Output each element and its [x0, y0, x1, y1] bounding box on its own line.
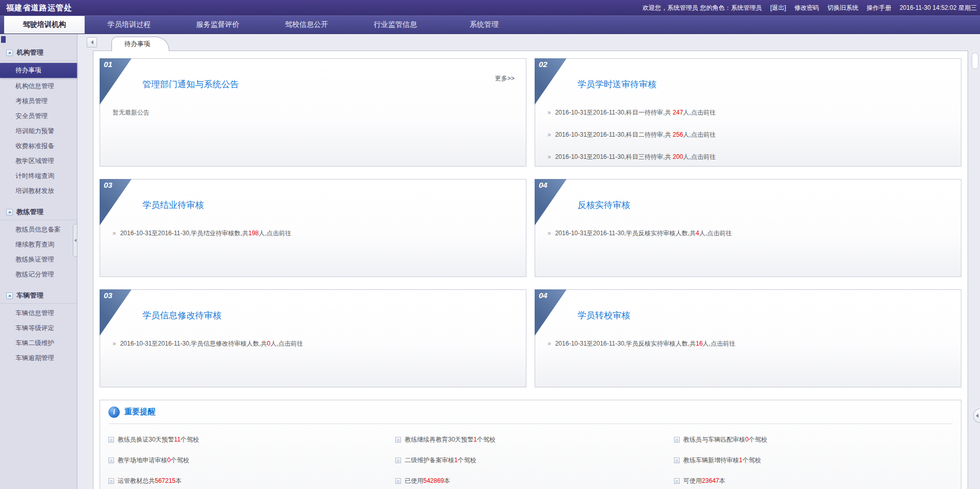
collapse-toggle-icon[interactable] — [6, 209, 13, 216]
card-recheck-review: 04 反核实待审核 2016-10-31至2016-11-30,学员反核实待审核… — [535, 179, 961, 277]
card-number: 04 — [539, 181, 548, 189]
card-body: 2016-10-31至2016-11-30,学员反核实待审核人数,共16人,点击… — [548, 339, 949, 362]
card-number-ribbon: 01 — [100, 58, 132, 105]
sidebar-item-coach-license-renewal[interactable]: 教练换证管理 — [0, 252, 77, 267]
change-password-link[interactable]: 修改密码 — [794, 4, 819, 12]
card-title-graduation-review[interactable]: 学员结业待审核 — [142, 199, 204, 211]
sidebar-item-vehicle-grade[interactable]: 车辆等级评定 — [0, 321, 77, 336]
sidebar-item-vehicle-overdue[interactable]: 车辆逾期管理 — [0, 351, 77, 366]
card-body: 2016-10-31至2016-11-30,学员反核实待审核人数,共4人,点击前… — [548, 229, 949, 251]
review-line-subject3[interactable]: 2016-10-31至2016-11-30,科目三待待审,共 200人,点击前往 — [548, 153, 949, 161]
reminder-item[interactable]: 教学场地申请审核 0个驾校 — [108, 450, 395, 470]
line-count: 0 — [267, 340, 270, 347]
nav-tab-system-management[interactable]: 系统管理 — [440, 16, 528, 34]
reminder-item[interactable]: 可使用 23647本 — [674, 470, 953, 489]
sidebar-group-header-coach[interactable]: 教练管理 — [0, 205, 77, 220]
sidebar-item-vehicle-maintenance[interactable]: 车辆二级维护 — [0, 336, 77, 351]
sidebar-item-teaching-area[interactable]: 教学区域管理 — [0, 154, 77, 169]
sidebar-item-coach-info[interactable]: 教练员信息备案 — [0, 222, 77, 237]
sidebar-group-org-management: 机构管理 待办事项 机构信息管理 考核员管理 安全员管理 培训能力预警 收费标准… — [0, 45, 77, 199]
card-title-school-transfer-review[interactable]: 学员转校审核 — [577, 309, 630, 321]
card-title-notices[interactable]: 管理部门通知与系统公告 — [142, 78, 239, 90]
cards-grid: 01 管理部门通知与系统公告 更多>> 暂无最新公告 02 学员学时送审待审核 … — [100, 58, 961, 387]
sidebar-item-coach-points[interactable]: 教练记分管理 — [0, 267, 77, 282]
review-line-subject1[interactable]: 2016-10-31至2016-11-30,科目一待待审,共 247人,点击前往 — [548, 108, 949, 117]
reminder-item[interactable]: 二级维护备案审核 1个驾校 — [395, 450, 674, 470]
review-line-recheck[interactable]: 2016-10-31至2016-11-30,学员反核实待审核人数,共4人,点击前… — [548, 229, 949, 238]
card-info-modify-review: 03 学员信息修改待审核 2016-10-31至2016-11-30,学员信息修… — [100, 289, 526, 387]
logout-link[interactable]: [退出] — [770, 4, 786, 12]
sidebar-corner-decoration — [1, 36, 6, 43]
document-icon — [674, 478, 680, 484]
tab-scroll-left-button[interactable] — [87, 37, 97, 47]
sidebar-item-examiner[interactable]: 考核员管理 — [0, 94, 77, 109]
card-title-info-modify-review[interactable]: 学员信息修改待审核 — [142, 309, 221, 321]
collapse-toggle-icon[interactable] — [6, 50, 13, 56]
reminder-text: 个驾校 — [171, 456, 189, 465]
document-icon — [395, 437, 401, 443]
sidebar-item-timing-terminal[interactable]: 计时终端查询 — [0, 169, 77, 184]
nav-tab-student-training-process[interactable]: 学员培训过程 — [85, 16, 173, 34]
sidebar-item-safety-officer[interactable]: 安全员管理 — [0, 109, 77, 124]
nav-tab-industry-supervision[interactable]: 行业监管信息 — [351, 16, 440, 34]
reminder-count: 0 — [745, 436, 749, 443]
sidebar-item-org-info[interactable]: 机构信息管理 — [0, 79, 77, 94]
line-count: 247 — [673, 109, 683, 116]
reminder-item[interactable]: 教练员换证30天预警 11个驾校 — [108, 429, 395, 450]
card-number-ribbon: 02 — [535, 58, 567, 105]
sidebar-group-header-vehicle[interactable]: 车辆管理 — [0, 288, 77, 304]
review-line-school-transfer[interactable]: 2016-10-31至2016-11-30,学员反核实待审核人数,共16人,点击… — [548, 339, 949, 348]
sidebar-item-training-capacity[interactable]: 培训能力预警 — [0, 124, 77, 139]
nav-tab-school-info-disclosure[interactable]: 驾校信息公开 — [262, 16, 351, 34]
line-text: 人,点击前往 — [270, 340, 303, 347]
right-edge-collapse-handle[interactable] — [973, 409, 980, 423]
reminder-text: 教练继续再教育30天预警 — [405, 435, 473, 444]
card-number: 01 — [104, 60, 113, 69]
card-graduation-review: 03 学员结业待审核 2016-10-31至2016-11-30,学员结业待审核… — [100, 179, 526, 277]
reminder-item[interactable]: 已使用 542869本 — [395, 470, 674, 489]
line-text: 人,点击前往 — [683, 109, 716, 116]
switch-old-system-link[interactable]: 切换旧系统 — [827, 4, 858, 12]
reminder-text: 教练员换证30天预警 — [118, 435, 174, 444]
content-area: 待办事项 01 管理部门通知与系统公告 更多>> 暂无最新公告 — [77, 34, 980, 489]
sidebar-collapse-handle[interactable] — [73, 224, 77, 257]
card-number: 03 — [104, 181, 113, 189]
sidebar-item-vehicle-info[interactable]: 车辆信息管理 — [0, 306, 77, 321]
card-title-recheck-review[interactable]: 反核实待审核 — [577, 199, 630, 211]
reminder-text: 个驾校 — [749, 435, 767, 444]
sidebar-group-title: 车辆管理 — [17, 291, 43, 300]
review-line-subject2[interactable]: 2016-10-31至2016-11-30,科目二待待审,共 256人,点击前往 — [548, 131, 949, 139]
chevron-left-icon — [74, 239, 76, 242]
nav-tab-service-supervision[interactable]: 服务监督评价 — [173, 16, 262, 34]
more-link[interactable]: 更多>> — [495, 74, 515, 83]
reminder-item[interactable]: 教练员与车辆匹配审核0 个驾校 — [674, 429, 953, 450]
reminder-item[interactable]: 教练车辆新增待审核1个驾校 — [674, 450, 953, 470]
sidebar-item-todo[interactable]: 待办事项 — [0, 63, 77, 78]
manual-link[interactable]: 操作手册 — [866, 4, 891, 12]
review-line-graduation[interactable]: 2016-10-31至2016-11-30,学员结业待审核数,共198人,点击前… — [113, 229, 513, 238]
reminder-item[interactable]: 运管教材总共 567215本 — [108, 470, 395, 489]
reminder-count: 0 — [167, 457, 171, 464]
reminder-text: 可使用 — [683, 477, 702, 485]
nav-tab-driving-training-org[interactable]: 驾驶培训机构 — [4, 16, 85, 34]
tab-todo[interactable]: 待办事项 — [111, 37, 169, 51]
reminder-text: 个驾校 — [458, 456, 476, 465]
sidebar-item-fee-standard[interactable]: 收费标准报备 — [0, 139, 77, 154]
card-title-hours-review[interactable]: 学员学时送审待审核 — [577, 78, 656, 90]
reminder-title: 重要提醒 — [124, 407, 155, 417]
document-icon — [108, 437, 114, 443]
review-line-info-modify[interactable]: 2016-10-31至2016-11-30,学员信息修改待审核人数,共0人,点击… — [113, 339, 513, 348]
reminder-item[interactable]: 教练继续再教育30天预警 1个驾校 — [395, 429, 674, 450]
sidebar-item-training-materials[interactable]: 培训教材发放 — [0, 184, 77, 199]
collapse-toggle-icon[interactable] — [6, 292, 13, 299]
reminder-grid: 教练员换证30天预警 11个驾校 教练继续再教育30天预警 1个驾校 教练员与车… — [108, 424, 953, 489]
content-tabrow: 待办事项 — [77, 34, 980, 51]
scrollbar-thumb[interactable] — [972, 53, 978, 69]
info-icon: i — [108, 406, 120, 418]
line-text: 2016-10-31至2016-11-30,科目一待待审,共 — [555, 109, 673, 116]
document-icon — [108, 458, 114, 463]
card-number-ribbon: 04 — [535, 289, 567, 336]
reminder-text: 个驾校 — [477, 435, 495, 444]
sidebar-group-header-org[interactable]: 机构管理 — [0, 45, 77, 61]
sidebar-item-continuing-education[interactable]: 继续教育查询 — [0, 237, 77, 252]
